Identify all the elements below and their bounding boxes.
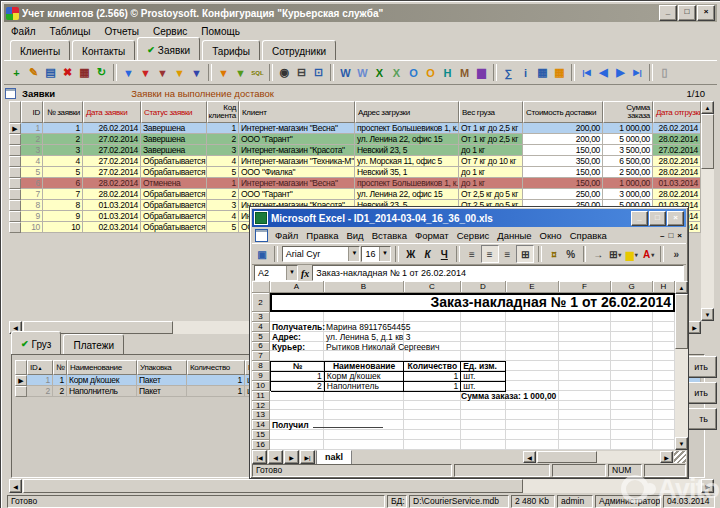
sum-icon[interactable]: ∑ [500,64,517,81]
table-cell[interactable]: 1 [207,178,239,189]
excel-child-maximize-button[interactable]: □ [668,231,673,240]
titlebar[interactable]: Учет клиентов (2.566) © Prostoysoft. Кон… [4,4,717,22]
tab-Клиенты[interactable]: Клиенты [10,40,70,60]
scroll-left-icon[interactable]: ◀ [523,451,536,463]
table-cell[interactable]: 2 500,00 [603,167,653,178]
delete-record-icon[interactable]: ✖ [59,64,76,81]
export-excel-template-icon[interactable]: X [388,64,405,81]
table-cell[interactable]: 2 [43,134,83,145]
nav-next-icon[interactable]: ▶ [612,64,629,81]
currency-icon[interactable]: ¤ [546,246,562,262]
fill-color-icon[interactable]: ▆▾ [624,246,640,262]
table-cell[interactable]: От 1 кг до 2,5 кг [459,134,523,145]
table-cell[interactable]: 8 [21,200,43,211]
excel-vertical-scrollbar[interactable]: ▲▼ [675,281,688,450]
cargo-cell[interactable]: Пакет [137,375,187,386]
orders-vertical-scrollbar[interactable]: ▲▼ [701,101,714,321]
table-cell[interactable]: 2 [21,134,43,145]
scroll-up-icon[interactable]: ▲ [701,101,714,114]
sheet-tab-nakl[interactable]: nakl [316,450,352,465]
cargo-column-header[interactable]: Упаковка [137,360,187,375]
cargo-cell[interactable]: 1 [53,375,67,386]
cargo-cell[interactable]: 1 [187,386,245,397]
excel-menu-item[interactable]: Данные [493,229,535,242]
table-cell[interactable]: 2 [207,189,239,200]
table-cell[interactable]: 10 [43,222,83,233]
dropdown-arrow-icon[interactable]: ▾ [651,251,654,258]
filter-custom-icon[interactable]: ▼ [215,64,232,81]
table-cell[interactable]: Обрабатывается [141,211,207,222]
name-box-dropdown-icon[interactable]: ▼ [286,266,297,280]
percent-icon[interactable]: % [563,246,579,262]
scroll-thumb[interactable] [701,114,714,169]
orders-column-header[interactable]: Статус заявки [141,101,207,123]
table-cell[interactable]: 10 [21,222,43,233]
info-icon[interactable]: i [517,64,534,81]
table-cell[interactable]: 5 [207,222,239,233]
export-word-icon[interactable]: W [337,64,354,81]
table-cell[interactable]: Завершена [141,134,207,145]
sheet-nav-icon[interactable]: ▶| [300,450,315,464]
table-cell[interactable]: 9 [43,211,83,222]
row-selector[interactable] [9,222,21,233]
excel-window[interactable]: Microsoft Excel - ID1_2014-03-04_16_36_0… [249,206,689,479]
align-center-icon[interactable]: ≡ [481,245,499,263]
cargo-column-header[interactable]: Наименование [67,360,137,375]
excel-close-button[interactable]: × [667,211,684,226]
table-row[interactable]: 7728.02.2014Обрабатывается2ООО "Гарант"у… [9,189,701,200]
refresh-icon[interactable]: ↻ [93,64,110,81]
table-cell[interactable]: 150,00 [523,167,603,178]
nav-prev-icon[interactable]: ◀ [595,64,612,81]
cargo-cell[interactable]: 1 [27,375,53,386]
orders-column-header[interactable]: Клиент [239,101,355,123]
edit-record-icon[interactable]: ✎ [25,64,42,81]
toolbar-options-icon[interactable]: » [668,246,684,262]
table-cell[interactable]: 250,00 [523,189,603,200]
table-cell[interactable]: Интернет-магазин "Красота" [239,145,355,156]
table-cell[interactable]: Обрабатывается [141,222,207,233]
orders-column-header[interactable]: Вес груза [459,101,523,123]
menu-item[interactable]: Таблицы [43,25,98,38]
table-cell[interactable]: 1 [207,123,239,134]
filter-tree-icon[interactable]: ▼ [232,64,249,81]
table-cell[interactable]: 3 [21,145,43,156]
table-cell[interactable]: 26.02.2014 [83,123,141,134]
row-selector[interactable] [9,167,21,178]
table-cell[interactable]: 5 [207,167,239,178]
cargo-cell[interactable]: Корм д/кошек [67,375,137,386]
preview-icon[interactable]: ⊡ [310,64,327,81]
cargo-cell[interactable]: Наполнитель [67,386,137,397]
italic-icon[interactable]: К [420,246,436,262]
export-xml-icon[interactable]: M [456,64,473,81]
close-button[interactable]: × [697,5,715,21]
cargo-cell[interactable]: Пакет [137,386,187,397]
excel-menu-item[interactable]: Файл [271,229,302,242]
sheet-nav-icon[interactable]: ▶ [284,450,299,464]
table-cell[interactable]: От 1 кг до 2,5 кг [459,123,523,134]
table-cell[interactable]: ООО "Гарант" [239,134,355,145]
table-cell[interactable]: 4 [43,156,83,167]
orders-column-header[interactable]: Сумма заказа [603,101,653,123]
table-cell[interactable]: 150,00 [523,178,603,189]
table-cell[interactable]: 3 [43,145,83,156]
table-cell[interactable]: 200,00 [523,123,603,134]
copy-record-icon[interactable]: ▤ [42,64,59,81]
table-cell[interactable]: Обрабатывается [141,167,207,178]
orders-column-header[interactable]: Код клиента [207,101,239,123]
save-icon[interactable]: ▣ [254,246,270,262]
table-cell[interactable]: 3 500,00 [603,145,653,156]
table-cell[interactable]: 1 [43,123,83,134]
table-cell[interactable]: 1 000,00 [603,123,653,134]
excel-child-minimize-button[interactable]: – [660,231,664,240]
table-row[interactable]: 6628.02.2014Отменена1Интернет-магазин "В… [9,178,701,189]
export-word-template-icon[interactable]: W [354,64,371,81]
orders-column-header[interactable]: Дата заявки [83,101,141,123]
add-record-icon[interactable]: + [8,64,25,81]
cargo-column-header[interactable]: № [53,360,67,375]
clipboard-icon[interactable]: ▯ [656,64,673,81]
print-icon[interactable]: ⊟ [293,64,310,81]
orders-column-header[interactable]: Адрес загрузки [355,101,459,123]
cargo-cell[interactable]: 2 [27,386,53,397]
table-cell[interactable]: 1 [21,123,43,134]
minimize-button[interactable]: _ [659,5,677,21]
